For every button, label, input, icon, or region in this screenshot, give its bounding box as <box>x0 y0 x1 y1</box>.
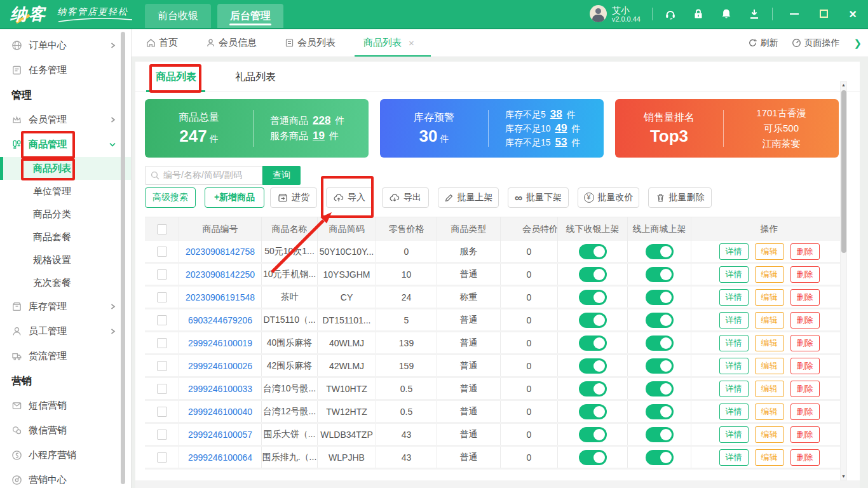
online-shelf-toggle[interactable] <box>646 450 674 465</box>
sidebar-item-logistics-mgmt[interactable]: 货流管理 <box>0 344 131 369</box>
delete-button[interactable]: 删除 <box>790 358 820 374</box>
sidebar-item-task-mgmt[interactable]: 任务管理 <box>0 58 131 83</box>
online-shelf-toggle[interactable] <box>646 336 674 351</box>
sidebar-item-wechat-marketing[interactable]: 微信营销 <box>0 418 131 443</box>
batch-reprice-button[interactable]: ¥ 批量改价 <box>578 187 639 208</box>
export-button[interactable]: 导出 <box>382 187 429 208</box>
offline-shelf-toggle[interactable] <box>579 358 607 374</box>
refresh-button[interactable]: 刷新 <box>748 37 778 49</box>
row-checkbox[interactable] <box>157 384 167 394</box>
edit-button[interactable]: 编辑 <box>755 449 784 466</box>
tab-goods-list[interactable]: 商品列表 × <box>363 29 414 57</box>
nav-backend-admin[interactable]: 后台管理 <box>217 4 283 28</box>
sidebar-item-goods-mgmt[interactable]: 商品管理 <box>0 132 131 157</box>
avatar[interactable] <box>590 5 607 22</box>
delete-button[interactable]: 删除 <box>790 449 820 466</box>
sidebar-scrollbar-thumb[interactable] <box>121 32 125 484</box>
scroll-up-icon[interactable]: ▲ <box>841 82 846 88</box>
row-checkbox[interactable] <box>157 315 167 325</box>
search-input[interactable]: 编号/名称/简码/副码 <box>145 166 262 185</box>
nav-front-cashier[interactable]: 前台收银 <box>145 4 211 28</box>
goods-code-link[interactable]: 2999246100057 <box>179 424 262 445</box>
headset-icon[interactable] <box>664 8 677 20</box>
scroll-down-icon[interactable]: ▼ <box>841 473 846 480</box>
download-icon[interactable] <box>748 8 761 20</box>
import-button[interactable]: 导入 <box>326 187 373 208</box>
sidebar-item-unit-mgmt[interactable]: 单位管理 <box>0 180 131 203</box>
edit-button[interactable]: 编辑 <box>755 243 784 260</box>
tab-member-info[interactable]: 会员信息 <box>206 29 257 57</box>
tab-home[interactable]: 首页 <box>146 29 178 57</box>
edit-button[interactable]: 编辑 <box>755 289 784 306</box>
goods-code-link[interactable]: 20230908142250 <box>179 264 262 285</box>
goods-code-link[interactable]: 2999246100026 <box>179 355 262 376</box>
goods-code-link[interactable]: 2999246100040 <box>179 401 262 422</box>
sidebar-item-staff-mgmt[interactable]: 员工管理 <box>0 319 131 344</box>
edit-button[interactable]: 编辑 <box>755 403 784 420</box>
goods-code-link[interactable]: 20230908142758 <box>179 241 262 262</box>
lock-icon[interactable] <box>692 8 705 20</box>
page-tab-goods-list[interactable]: 商品列表 <box>156 62 196 92</box>
delete-button[interactable]: 删除 <box>790 289 820 306</box>
edit-button[interactable]: 编辑 <box>755 335 784 351</box>
offline-shelf-toggle[interactable] <box>579 244 607 259</box>
goods-code-link[interactable]: 2999246100019 <box>179 332 262 353</box>
row-checkbox[interactable] <box>157 338 167 348</box>
maximize-button[interactable] <box>817 8 830 20</box>
detail-button[interactable]: 详情 <box>719 335 749 351</box>
bell-icon[interactable] <box>720 8 733 20</box>
online-shelf-toggle[interactable] <box>646 358 674 374</box>
online-shelf-toggle[interactable] <box>646 427 674 442</box>
detail-button[interactable]: 详情 <box>719 449 749 466</box>
detail-button[interactable]: 详情 <box>719 243 749 260</box>
sidebar-item-goods-category[interactable]: 商品分类 <box>0 203 131 226</box>
sidebar-item-order-center[interactable]: 订单中心 <box>0 33 131 58</box>
online-shelf-toggle[interactable] <box>646 313 674 328</box>
goods-code-link[interactable]: 20230906191548 <box>179 287 262 308</box>
delete-button[interactable]: 删除 <box>790 312 820 329</box>
edit-button[interactable]: 编辑 <box>755 266 784 283</box>
row-checkbox[interactable] <box>157 292 167 302</box>
tab-member-list[interactable]: 会员列表 <box>285 29 336 57</box>
detail-button[interactable]: 详情 <box>719 403 749 420</box>
row-checkbox[interactable] <box>157 452 167 463</box>
batch-delete-button[interactable]: 批量删除 <box>648 187 712 208</box>
sidebar-item-recharge-combo[interactable]: 充次套餐 <box>0 271 131 294</box>
sidebar-item-spec-settings[interactable]: 规格设置 <box>0 248 131 271</box>
detail-button[interactable]: 详情 <box>719 312 749 329</box>
select-all-checkbox[interactable] <box>157 224 167 234</box>
detail-button[interactable]: 详情 <box>719 266 749 283</box>
row-checkbox[interactable] <box>157 407 167 417</box>
delete-button[interactable]: 删除 <box>790 335 820 351</box>
edit-button[interactable]: 编辑 <box>755 426 784 443</box>
page-operations-button[interactable]: 页面操作 <box>792 37 839 49</box>
offline-shelf-toggle[interactable] <box>579 381 607 396</box>
row-checkbox[interactable] <box>157 361 167 371</box>
delete-button[interactable]: 删除 <box>790 426 820 443</box>
online-shelf-toggle[interactable] <box>646 244 674 259</box>
detail-button[interactable]: 详情 <box>719 289 749 306</box>
offline-shelf-toggle[interactable] <box>579 290 607 305</box>
vertical-scrollbar[interactable]: ▲ ▼ <box>840 81 847 480</box>
row-checkbox[interactable] <box>157 430 167 440</box>
horizontal-scrollbar-track[interactable] <box>135 480 860 488</box>
close-tab-icon[interactable]: × <box>409 37 414 48</box>
delete-button[interactable]: 删除 <box>790 266 820 283</box>
edit-button[interactable]: 编辑 <box>755 358 784 374</box>
online-shelf-toggle[interactable] <box>646 404 674 419</box>
sidebar-item-sms-marketing[interactable]: 短信营销 <box>0 393 131 418</box>
advanced-search-button[interactable]: 高级搜索 <box>145 187 196 208</box>
goods-code-link[interactable]: 2999246100033 <box>179 378 262 399</box>
offline-shelf-toggle[interactable] <box>579 404 607 419</box>
sidebar-item-goods-combo[interactable]: 商品套餐 <box>0 226 131 248</box>
offline-shelf-toggle[interactable] <box>579 427 607 442</box>
sidebar-item-goods-list[interactable]: 商品列表 <box>0 157 131 180</box>
detail-button[interactable]: 详情 <box>719 381 749 397</box>
edit-button[interactable]: 编辑 <box>755 312 784 329</box>
batch-on-shelf-button[interactable]: 批量上架 <box>438 187 499 208</box>
sidebar-item-member-mgmt[interactable]: 会员管理 <box>0 107 131 132</box>
purchase-button[interactable]: 进货 <box>270 187 317 208</box>
close-button[interactable]: × <box>846 8 859 20</box>
online-shelf-toggle[interactable] <box>646 267 674 282</box>
sidebar-item-inventory-mgmt[interactable]: 库存管理 <box>0 294 131 319</box>
